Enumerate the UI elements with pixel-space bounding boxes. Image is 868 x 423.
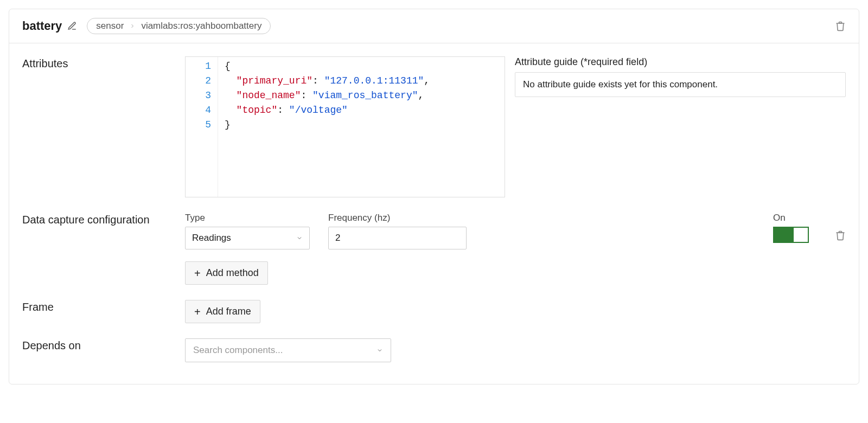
depends-on-label: Depends on [22,338,185,352]
attribute-guide-label: Attribute guide (*required field) [515,56,846,68]
type-select[interactable]: Readings [185,227,310,249]
data-capture-section: Data capture configuration Type Readings [22,213,846,285]
chevron-down-icon [376,347,383,354]
card-body: Attributes 12345 { "primary_uri": "127.0… [9,43,859,384]
frequency-value: 2 [335,233,340,243]
add-method-label: Add method [206,267,259,279]
card-header: battery sensor viamlabs:ros:yahboombatte… [9,9,859,43]
edit-icon[interactable] [67,21,77,31]
frame-label: Frame [22,300,185,313]
depends-on-placeholder: Search components... [193,345,283,356]
type-label: Type [185,213,310,223]
data-capture-label: Data capture configuration [22,213,185,226]
chevron-right-icon [129,23,136,29]
breadcrumb-type: sensor [96,21,124,31]
component-card: battery sensor viamlabs:ros:yahboombatte… [9,9,859,384]
type-value: Readings [192,233,231,243]
frame-section: Frame + Add frame [22,300,846,323]
capture-toggle[interactable] [773,227,809,243]
depends-on-section: Depends on Search components... [22,338,846,362]
delete-capture-icon[interactable] [835,230,846,241]
plus-icon: + [194,306,201,317]
attributes-label: Attributes [22,56,185,70]
delete-component-icon[interactable] [835,21,846,31]
depends-on-select[interactable]: Search components... [185,338,391,362]
add-method-button[interactable]: + Add method [185,261,268,285]
add-frame-button[interactable]: + Add frame [185,300,260,323]
model-breadcrumb: sensor viamlabs:ros:yahboombattery [87,18,271,34]
breadcrumb-model: viamlabs:ros:yahboombattery [141,21,261,31]
plus-icon: + [194,268,201,279]
chevron-down-icon [296,235,303,241]
on-label: On [773,213,809,223]
code-gutter: 12345 [186,57,218,197]
frequency-input[interactable]: 2 [328,227,467,249]
add-frame-label: Add frame [206,306,251,317]
component-title: battery [22,19,62,33]
attribute-guide-box: No attribute guide exists yet for this c… [515,72,846,97]
attributes-editor[interactable]: 12345 { "primary_uri": "127.0.0.1:11311"… [185,56,505,197]
attributes-section: Attributes 12345 { "primary_uri": "127.0… [22,56,846,197]
frequency-label: Frequency (hz) [328,213,467,223]
code-body[interactable]: { "primary_uri": "127.0.0.1:11311", "nod… [218,57,434,197]
